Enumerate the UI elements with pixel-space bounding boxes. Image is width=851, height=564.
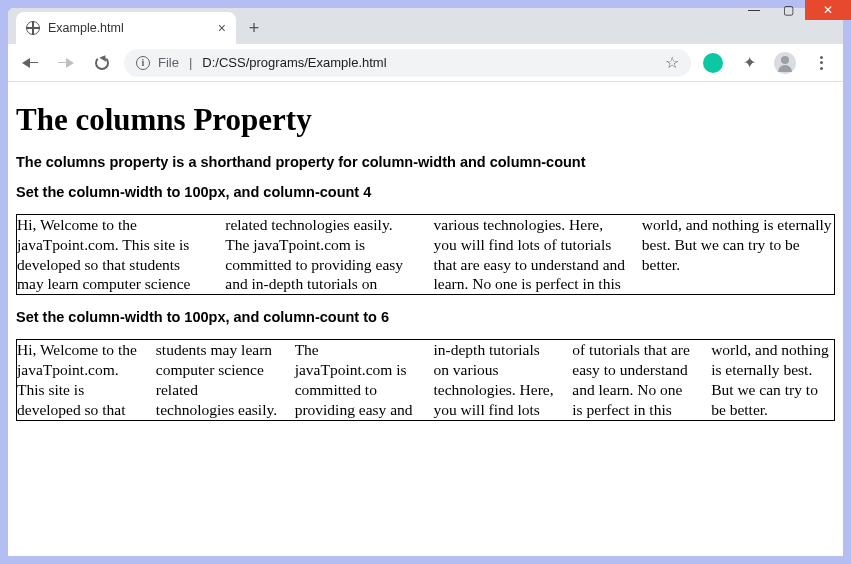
forward-button[interactable] (52, 49, 80, 77)
extension-green-icon (703, 53, 723, 73)
kebab-icon (820, 56, 823, 70)
tab-title: Example.html (48, 21, 124, 35)
columns-box-4: Hi, Welcome to the javaTpoint.com. This … (16, 214, 835, 295)
new-tab-button[interactable]: + (240, 14, 268, 42)
extension-button[interactable] (699, 49, 727, 77)
avatar-icon (774, 52, 796, 74)
window-maximize-button[interactable]: ▢ (771, 0, 805, 20)
back-button[interactable] (16, 49, 44, 77)
window-controls: — ▢ ✕ (737, 0, 851, 20)
page-content: The columns Property The columns propert… (8, 82, 843, 556)
globe-icon (26, 21, 40, 35)
bookmark-star-icon[interactable]: ☆ (665, 53, 679, 72)
window-minimize-button[interactable]: — (737, 0, 771, 20)
url-separator: | (189, 55, 192, 70)
columns-box-6: Hi, Welcome to the javaTpoint.com. This … (16, 339, 835, 420)
url-path: D:/CSS/programs/Example.html (202, 55, 386, 70)
window-close-button[interactable]: ✕ (805, 0, 851, 20)
info-icon: i (136, 56, 150, 70)
browser-window: Example.html × + i File | D:/CSS/program… (8, 8, 843, 556)
reload-button[interactable] (88, 49, 116, 77)
profile-button[interactable] (771, 49, 799, 77)
url-prefix: File (158, 55, 179, 70)
address-bar[interactable]: i File | D:/CSS/programs/Example.html ☆ (124, 49, 691, 77)
page-title: The columns Property (16, 102, 835, 138)
section-heading-6col: Set the column-width to 100px, and colum… (16, 309, 835, 325)
tab-close-button[interactable]: × (218, 20, 226, 36)
extensions-menu-button[interactable]: ✦ (735, 49, 763, 77)
section-heading-4col: Set the column-width to 100px, and colum… (16, 184, 835, 200)
browser-toolbar: i File | D:/CSS/programs/Example.html ☆ … (8, 44, 843, 82)
tab-active[interactable]: Example.html × (16, 12, 236, 44)
intro-text: The columns property is a shorthand prop… (16, 154, 835, 170)
reload-icon (95, 56, 109, 70)
tab-strip: Example.html × + (8, 8, 843, 44)
browser-menu-button[interactable] (807, 49, 835, 77)
